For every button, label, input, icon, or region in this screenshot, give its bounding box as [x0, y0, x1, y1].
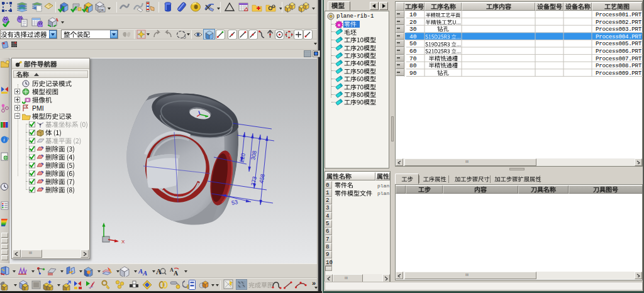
svg-text:A: A	[142, 269, 147, 277]
svg-text:A: A	[174, 270, 179, 277]
svg-text:OK: OK	[99, 8, 104, 12]
